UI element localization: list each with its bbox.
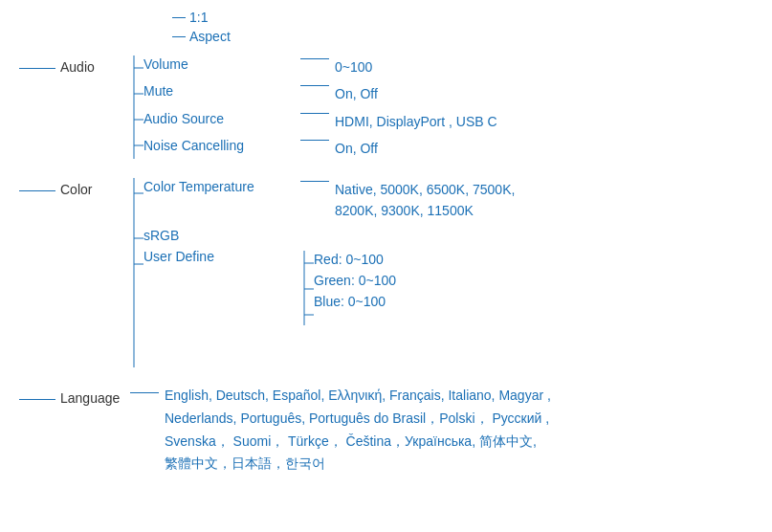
sub-item-label: Audio Source [143, 111, 295, 126]
sub-item-values: 0~100 [335, 56, 372, 78]
list-item: Red: 0~100 [314, 249, 396, 270]
section-label-area: Language [19, 385, 124, 406]
top-items: 1:1 Aspect [19, 8, 753, 46]
list-item: Color Temperature Native, 5000K, 6500K, … [143, 176, 515, 225]
list-item: Aspect [172, 27, 753, 46]
bracket-icon [124, 178, 143, 379]
language-values: English, Deutsch, Español, Ελληνική, Fra… [165, 385, 551, 476]
section-audio: Audio Volume 0~100 Mute On, [19, 54, 753, 170]
dash-line [295, 56, 335, 59]
list-item: Green: 0~100 [314, 270, 396, 291]
item-label: 1:1 [189, 10, 208, 25]
section-label-area: Audio [19, 54, 124, 75]
sub-item-values: On, Off [335, 83, 378, 104]
sub-sub-item-label: Blue: 0~100 [314, 294, 386, 309]
sub-item-values: On, Off [335, 138, 378, 159]
sub-item-label: Mute [143, 83, 295, 99]
sub-items: Volume 0~100 Mute On, Off Audio Source H… [143, 54, 497, 163]
sub-item-values: Native, 5000K, 6500K, 7500K, 8200K, 9300… [335, 179, 515, 222]
section-name: Language [60, 390, 120, 406]
item-label: Aspect [189, 29, 231, 44]
section-label-area: Color [19, 176, 124, 197]
dash-line [295, 179, 335, 182]
dash-line [295, 83, 335, 86]
sub-item-label: User Define [143, 249, 295, 264]
list-item: Audio Source HDMI, DisplayPort , USB C [143, 108, 497, 135]
dash-line [295, 138, 335, 141]
sub-sub-item-label: Red: 0~100 [314, 252, 384, 267]
sub-item-label: Volume [143, 56, 295, 72]
list-item: 1:1 [172, 8, 753, 27]
sub-sub-items: Red: 0~100 Green: 0~100 Blue: 0~100 [314, 249, 396, 312]
list-item: Blue: 0~100 [314, 291, 396, 312]
section-hline [19, 68, 55, 69]
sub-item-label: sRGB [143, 228, 295, 243]
bracket-line [172, 36, 186, 37]
sub-sub-item-label: Green: 0~100 [314, 273, 396, 288]
bracket-line [172, 17, 186, 18]
sub-item-values: HDMI, DisplayPort , USB C [335, 111, 497, 132]
section-content: Volume 0~100 Mute On, Off Audio Source H… [124, 54, 497, 170]
list-item: Noise Cancelling On, Off [143, 135, 497, 162]
section-hline [19, 190, 55, 191]
list-item: sRGB [143, 225, 515, 246]
sub-items: Color Temperature Native, 5000K, 6500K, … [143, 176, 515, 340]
sub-bracket-icon [295, 251, 314, 337]
sub-item-label: Noise Cancelling [143, 138, 295, 153]
dash-line [295, 111, 335, 114]
dash-area [124, 385, 165, 393]
bracket-icon [124, 55, 143, 170]
page-container: 1:1 Aspect Audio Volume [0, 0, 772, 491]
dash-line [130, 392, 159, 393]
section-hline [19, 399, 55, 400]
section-content: Color Temperature Native, 5000K, 6500K, … [124, 176, 515, 379]
list-item: User Define Red: 0~100 Green: 0~100 [143, 246, 515, 340]
sub-item-label: Color Temperature [143, 179, 295, 194]
section-name: Audio [60, 59, 95, 75]
list-item: Volume 0~100 [143, 54, 497, 80]
section-language: Language English, Deutsch, Español, Ελλη… [19, 385, 753, 476]
section-color: Color Color Temperature Native, 5000K, 6… [19, 176, 753, 379]
section-name: Color [60, 182, 92, 197]
list-item: Mute On, Off [143, 80, 497, 107]
